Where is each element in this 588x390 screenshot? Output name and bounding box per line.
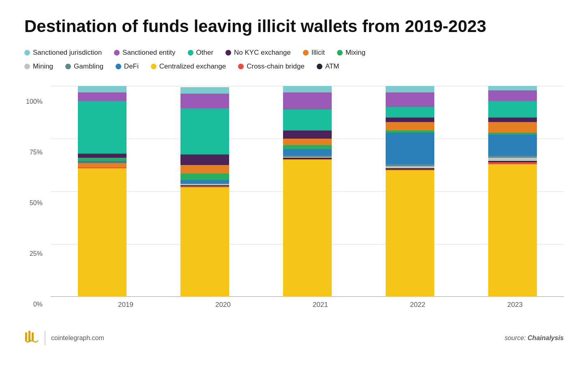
segment-mixing (180, 174, 229, 180)
segment-illicit (488, 122, 537, 133)
legend-item: Sanctioned entity (114, 49, 175, 57)
footer-url: cointelegraph.com (51, 334, 104, 342)
segment-no_kyc (180, 154, 229, 165)
x-axis-label: 2020 (199, 301, 247, 309)
legend-item: Sanctioned jurisdiction (24, 49, 102, 57)
segment-other (283, 109, 332, 131)
bar-2022 (386, 86, 434, 297)
legend-item: No KYC exchange (225, 49, 291, 57)
legend-label: Gambling (74, 62, 103, 71)
chart-area: 0%25%50%75%100% 20192020202120222023 (24, 86, 564, 309)
segment-defi (386, 133, 434, 164)
segment-illicit (180, 165, 229, 174)
legend-label: DeFi (124, 62, 139, 71)
segment-no_kyc (386, 118, 434, 122)
legend-label: ATM (325, 62, 339, 71)
legend-label: Mixing (346, 49, 365, 57)
legend-label: Sanctioned jurisdiction (33, 49, 102, 57)
bar-2020 (180, 87, 229, 297)
legend-row-2: MiningGamblingDeFiCentralized exchangeCr… (24, 62, 564, 71)
legend-dot (337, 50, 343, 56)
legend-dot (238, 64, 244, 69)
segment-centralized_exchange (78, 168, 127, 297)
segment-centralized_exchange (180, 187, 229, 297)
legend-item: Mixing (337, 49, 365, 57)
segment-centralized_exchange (386, 170, 434, 297)
legend-dot (225, 50, 231, 56)
bar-2021 (283, 86, 332, 297)
segment-no_kyc (78, 154, 127, 158)
segment-defi (488, 135, 537, 156)
legend-item: DeFi (116, 62, 139, 71)
legend-dot (151, 64, 157, 69)
segment-sanctioned_entity (180, 94, 229, 108)
segment-defi (180, 180, 229, 183)
legend-dot (24, 64, 30, 69)
svg-rect-0 (25, 332, 27, 341)
legend-item: Gambling (65, 62, 103, 71)
segment-illicit (78, 163, 127, 167)
segment-defi (283, 149, 332, 156)
legend-label: No KYC exchange (234, 49, 291, 57)
bar-column (488, 86, 537, 297)
legend-item: ATM (317, 62, 339, 71)
segment-mixing (78, 158, 127, 161)
x-labels: 20192020202120222023 (51, 301, 564, 309)
segment-mixing (283, 145, 332, 149)
segment-sanctioned_jurisdiction (78, 86, 127, 92)
bar-column (386, 86, 434, 297)
segment-mining (488, 158, 537, 161)
segment-other (78, 101, 127, 154)
segment-other (386, 107, 434, 118)
legend-dot (114, 50, 120, 56)
bar-2019 (78, 86, 127, 297)
y-axis: 0%25%50%75%100% (24, 98, 43, 309)
segment-sanctioned_entity (386, 92, 434, 107)
legend-dot (303, 50, 309, 56)
x-axis-label: 2022 (393, 301, 442, 309)
segment-centralized_exchange (283, 160, 332, 297)
y-axis-label: 100% (24, 98, 43, 105)
legend-dot (24, 50, 30, 56)
segment-no_kyc (283, 131, 332, 139)
legend-label: Other (196, 49, 214, 57)
legend-dot (116, 64, 121, 69)
legend-label: Centralized exchange (159, 62, 226, 71)
y-axis-label: 25% (24, 250, 43, 257)
segment-sanctioned_jurisdiction (180, 87, 229, 94)
footer: cointelegraph.com source: Chainalysis (24, 325, 564, 347)
bar-2023 (488, 86, 537, 297)
bar-column (180, 87, 229, 297)
svg-rect-2 (32, 332, 34, 341)
legend-item: Illicit (303, 49, 325, 57)
bar-column (78, 86, 127, 297)
svg-rect-1 (28, 331, 30, 342)
chart-title: Destination of funds leaving illicit wal… (24, 16, 564, 36)
segment-sanctioned_jurisdiction (283, 86, 332, 92)
cointelegraph-logo (24, 329, 39, 347)
y-axis-label: 50% (24, 199, 43, 207)
legend-item: Mining (24, 62, 53, 71)
legend-label: Illicit (311, 49, 325, 57)
legend-item: Cross-chain bridge (238, 62, 305, 71)
segment-sanctioned_entity (488, 90, 537, 101)
legend-dot (188, 50, 193, 56)
bars-group (51, 86, 564, 297)
legend-label: Mining (33, 62, 53, 71)
y-axis-label: 0% (24, 301, 43, 308)
legend-dot (65, 64, 71, 69)
segment-other (488, 101, 537, 118)
x-axis-label: 2019 (101, 301, 150, 309)
segment-illicit (386, 122, 434, 131)
x-axis-label: 2023 (491, 301, 539, 309)
legend-label: Sanctioned entity (122, 49, 175, 57)
bars-container (51, 86, 564, 297)
footer-left: cointelegraph.com (24, 329, 104, 347)
segment-sanctioned_entity (78, 92, 127, 101)
legend-label: Cross-chain bridge (247, 62, 305, 71)
legend-item: Centralized exchange (151, 62, 226, 71)
source-prefix: source: (504, 334, 528, 341)
segment-sanctioned_jurisdiction (386, 86, 434, 92)
x-axis-label: 2021 (296, 301, 345, 309)
source-name: Chainalysis (528, 334, 564, 341)
